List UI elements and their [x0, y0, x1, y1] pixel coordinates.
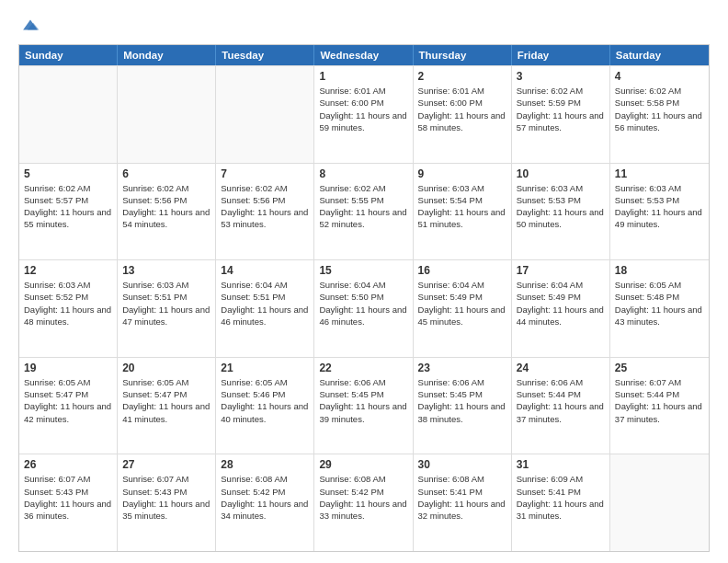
day-info: Sunrise: 6:09 AM Sunset: 5:41 PM Dayligh…	[517, 473, 605, 522]
day-info: Sunrise: 6:02 AM Sunset: 5:57 PM Dayligh…	[24, 182, 112, 231]
day-info: Sunrise: 6:08 AM Sunset: 5:42 PM Dayligh…	[319, 473, 407, 522]
day-number: 23	[418, 362, 506, 374]
calendar-empty	[118, 66, 216, 163]
calendar-day-30: 30Sunrise: 6:08 AM Sunset: 5:41 PM Dayli…	[414, 454, 512, 551]
calendar-day-18: 18Sunrise: 6:05 AM Sunset: 5:48 PM Dayli…	[610, 260, 709, 357]
calendar-header: SundayMondayTuesdayWednesdayThursdayFrid…	[19, 45, 709, 65]
calendar-day-8: 8Sunrise: 6:02 AM Sunset: 5:55 PM Daylig…	[314, 164, 413, 260]
day-info: Sunrise: 6:02 AM Sunset: 5:55 PM Dayligh…	[319, 182, 407, 231]
day-number: 16	[418, 264, 506, 277]
day-info: Sunrise: 6:06 AM Sunset: 5:45 PM Dayligh…	[319, 376, 407, 425]
calendar-day-13: 13Sunrise: 6:03 AM Sunset: 5:51 PM Dayli…	[118, 260, 216, 357]
day-info: Sunrise: 6:02 AM Sunset: 5:56 PM Dayligh…	[221, 182, 309, 231]
day-number: 18	[615, 264, 704, 277]
day-number: 9	[418, 167, 506, 180]
calendar-day-15: 15Sunrise: 6:04 AM Sunset: 5:50 PM Dayli…	[314, 260, 413, 357]
day-number: 15	[319, 264, 407, 277]
day-number: 29	[319, 458, 407, 471]
weekday-header: Wednesday	[314, 45, 413, 65]
day-info: Sunrise: 6:03 AM Sunset: 5:54 PM Dayligh…	[418, 182, 506, 231]
day-info: Sunrise: 6:05 AM Sunset: 5:47 PM Dayligh…	[24, 376, 112, 425]
logo-icon	[20, 15, 40, 35]
day-number: 2	[418, 70, 506, 83]
calendar-day-10: 10Sunrise: 6:03 AM Sunset: 5:53 PM Dayli…	[512, 164, 610, 260]
day-number: 24	[517, 362, 605, 374]
calendar-day-9: 9Sunrise: 6:03 AM Sunset: 5:54 PM Daylig…	[414, 164, 512, 260]
calendar-day-21: 21Sunrise: 6:05 AM Sunset: 5:46 PM Dayli…	[216, 358, 314, 454]
day-number: 20	[122, 362, 210, 374]
day-info: Sunrise: 6:06 AM Sunset: 5:45 PM Dayligh…	[418, 376, 506, 425]
day-number: 26	[24, 458, 112, 471]
calendar-day-23: 23Sunrise: 6:06 AM Sunset: 5:45 PM Dayli…	[414, 358, 512, 454]
day-info: Sunrise: 6:08 AM Sunset: 5:42 PM Dayligh…	[221, 473, 309, 522]
day-info: Sunrise: 6:02 AM Sunset: 5:56 PM Dayligh…	[122, 182, 210, 231]
calendar-row: 26Sunrise: 6:07 AM Sunset: 5:43 PM Dayli…	[19, 454, 709, 551]
calendar-day-24: 24Sunrise: 6:06 AM Sunset: 5:44 PM Dayli…	[512, 358, 610, 454]
day-number: 10	[517, 167, 605, 180]
day-info: Sunrise: 6:02 AM Sunset: 5:58 PM Dayligh…	[615, 85, 704, 133]
weekday-header: Sunday	[19, 45, 118, 65]
day-number: 1	[319, 70, 407, 83]
day-number: 28	[221, 458, 309, 471]
weekday-header: Thursday	[414, 45, 512, 65]
day-number: 17	[517, 264, 605, 277]
calendar-row: 1Sunrise: 6:01 AM Sunset: 6:00 PM Daylig…	[19, 65, 709, 163]
calendar-day-1: 1Sunrise: 6:01 AM Sunset: 6:00 PM Daylig…	[314, 66, 413, 163]
day-info: Sunrise: 6:07 AM Sunset: 5:43 PM Dayligh…	[122, 473, 210, 522]
calendar-day-2: 2Sunrise: 6:01 AM Sunset: 6:00 PM Daylig…	[414, 66, 512, 163]
day-info: Sunrise: 6:03 AM Sunset: 5:51 PM Dayligh…	[122, 279, 210, 327]
day-number: 31	[517, 458, 605, 471]
day-info: Sunrise: 6:03 AM Sunset: 5:53 PM Dayligh…	[615, 182, 704, 231]
day-info: Sunrise: 6:03 AM Sunset: 5:53 PM Dayligh…	[517, 182, 605, 231]
day-number: 6	[122, 167, 210, 180]
calendar-row: 5Sunrise: 6:02 AM Sunset: 5:57 PM Daylig…	[19, 163, 709, 260]
calendar-day-5: 5Sunrise: 6:02 AM Sunset: 5:57 PM Daylig…	[19, 164, 118, 260]
calendar-row: 12Sunrise: 6:03 AM Sunset: 5:52 PM Dayli…	[19, 259, 709, 357]
day-info: Sunrise: 6:01 AM Sunset: 6:00 PM Dayligh…	[418, 85, 506, 133]
day-info: Sunrise: 6:02 AM Sunset: 5:59 PM Dayligh…	[517, 85, 605, 133]
day-number: 12	[24, 264, 112, 277]
day-info: Sunrise: 6:08 AM Sunset: 5:41 PM Dayligh…	[418, 473, 506, 522]
weekday-header: Monday	[118, 45, 216, 65]
day-info: Sunrise: 6:04 AM Sunset: 5:51 PM Dayligh…	[221, 279, 309, 327]
day-info: Sunrise: 6:05 AM Sunset: 5:48 PM Dayligh…	[615, 279, 704, 327]
weekday-header: Saturday	[610, 45, 709, 65]
calendar-empty	[216, 66, 314, 163]
calendar-day-29: 29Sunrise: 6:08 AM Sunset: 5:42 PM Dayli…	[314, 454, 413, 551]
day-number: 13	[122, 264, 210, 277]
calendar-empty	[19, 66, 118, 163]
day-number: 27	[122, 458, 210, 471]
weekday-header: Tuesday	[216, 45, 314, 65]
calendar-day-19: 19Sunrise: 6:05 AM Sunset: 5:47 PM Dayli…	[19, 358, 118, 454]
header	[18, 15, 710, 35]
day-info: Sunrise: 6:05 AM Sunset: 5:46 PM Dayligh…	[221, 376, 309, 425]
day-info: Sunrise: 6:04 AM Sunset: 5:49 PM Dayligh…	[418, 279, 506, 327]
day-number: 3	[517, 70, 605, 83]
calendar-day-4: 4Sunrise: 6:02 AM Sunset: 5:58 PM Daylig…	[610, 66, 709, 163]
day-info: Sunrise: 6:07 AM Sunset: 5:44 PM Dayligh…	[615, 376, 704, 425]
logo	[18, 15, 40, 35]
calendar-day-14: 14Sunrise: 6:04 AM Sunset: 5:51 PM Dayli…	[216, 260, 314, 357]
day-number: 5	[24, 167, 112, 180]
day-info: Sunrise: 6:05 AM Sunset: 5:47 PM Dayligh…	[122, 376, 210, 425]
calendar-day-31: 31Sunrise: 6:09 AM Sunset: 5:41 PM Dayli…	[512, 454, 610, 551]
day-info: Sunrise: 6:03 AM Sunset: 5:52 PM Dayligh…	[24, 279, 112, 327]
calendar-day-25: 25Sunrise: 6:07 AM Sunset: 5:44 PM Dayli…	[610, 358, 709, 454]
day-number: 7	[221, 167, 309, 180]
day-info: Sunrise: 6:04 AM Sunset: 5:49 PM Dayligh…	[517, 279, 605, 327]
day-number: 30	[418, 458, 506, 471]
calendar-day-11: 11Sunrise: 6:03 AM Sunset: 5:53 PM Dayli…	[610, 164, 709, 260]
calendar-day-20: 20Sunrise: 6:05 AM Sunset: 5:47 PM Dayli…	[118, 358, 216, 454]
calendar-day-26: 26Sunrise: 6:07 AM Sunset: 5:43 PM Dayli…	[19, 454, 118, 551]
day-number: 14	[221, 264, 309, 277]
day-info: Sunrise: 6:04 AM Sunset: 5:50 PM Dayligh…	[319, 279, 407, 327]
weekday-header: Friday	[512, 45, 610, 65]
calendar: SundayMondayTuesdayWednesdayThursdayFrid…	[18, 44, 710, 552]
day-info: Sunrise: 6:01 AM Sunset: 6:00 PM Dayligh…	[319, 85, 407, 133]
day-number: 11	[615, 167, 704, 180]
calendar-day-12: 12Sunrise: 6:03 AM Sunset: 5:52 PM Dayli…	[19, 260, 118, 357]
day-number: 21	[221, 362, 309, 374]
calendar-row: 19Sunrise: 6:05 AM Sunset: 5:47 PM Dayli…	[19, 357, 709, 454]
day-number: 19	[24, 362, 112, 374]
calendar-day-7: 7Sunrise: 6:02 AM Sunset: 5:56 PM Daylig…	[216, 164, 314, 260]
